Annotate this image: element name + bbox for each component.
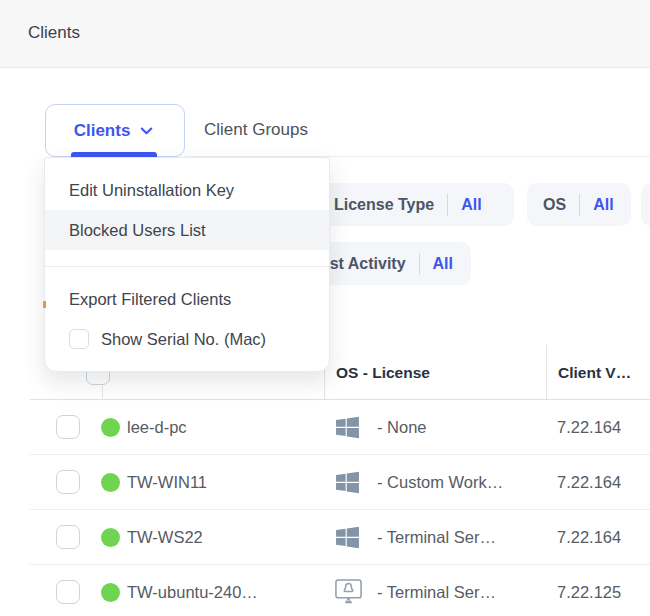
show-serial-label: Show Serial No. (Mac): [101, 319, 266, 359]
menu-divider: [45, 266, 329, 267]
row-checkbox[interactable]: [56, 580, 80, 604]
tab-client-groups[interactable]: Client Groups: [204, 104, 308, 157]
tab-clients-label: Clients: [74, 121, 131, 141]
online-status-dot: [101, 473, 120, 492]
client-version: 7.22.164: [557, 510, 621, 565]
menu-item-export-filtered-clients[interactable]: Export Filtered Clients: [45, 279, 329, 319]
license-text: - Terminal Ser…: [377, 565, 496, 616]
windows-icon: [334, 525, 361, 554]
header-client-version-column[interactable]: Client V…: [547, 345, 650, 400]
table-row[interactable]: TW-ubuntu-240… - Terminal Ser… 7.22.125: [0, 565, 650, 616]
online-status-dot: [101, 528, 120, 547]
clients-page: Clients Clients Client Groups License Ty…: [0, 0, 650, 616]
linux-monitor-icon: [334, 578, 363, 610]
chevron-down-icon: [137, 121, 156, 140]
row-checkbox[interactable]: [56, 415, 80, 439]
filter-chip-partial[interactable]: [641, 183, 650, 226]
client-name[interactable]: TW-WIN11: [127, 455, 207, 510]
menu-item-edit-uninstallation-key[interactable]: Edit Uninstallation Key: [45, 170, 329, 210]
orange-peek-artifact: [43, 301, 46, 308]
license-text: - Custom Work…: [377, 455, 503, 510]
table-row[interactable]: TW-WIN11 - Custom Work… 7.22.164: [0, 455, 650, 510]
filter-value[interactable]: All: [433, 255, 453, 273]
client-version: 7.22.164: [557, 400, 621, 455]
windows-icon: [334, 415, 361, 444]
page-title: Clients: [28, 23, 80, 43]
row-checkbox[interactable]: [56, 525, 80, 549]
filter-chip-license-type[interactable]: License Type All: [318, 183, 514, 226]
tab-clients[interactable]: Clients: [45, 104, 185, 157]
filter-chip-os[interactable]: OS All: [527, 183, 631, 226]
menu-item-blocked-users-list[interactable]: Blocked Users List: [45, 210, 329, 250]
menu-item-show-serial[interactable]: Show Serial No. (Mac): [45, 319, 329, 359]
table-row[interactable]: lee-d-pc - None 7.22.164: [0, 400, 650, 455]
online-status-dot: [101, 418, 120, 437]
filter-value[interactable]: All: [461, 196, 481, 214]
chip-divider: [447, 194, 448, 216]
chip-divider: [579, 194, 580, 216]
show-serial-checkbox[interactable]: [69, 329, 89, 349]
chip-divider: [419, 253, 420, 275]
row-checkbox[interactable]: [56, 470, 80, 494]
client-name[interactable]: lee-d-pc: [127, 400, 187, 455]
license-text: - None: [377, 400, 427, 455]
windows-icon: [334, 470, 361, 499]
clients-dropdown-menu: Edit Uninstallation Key Blocked Users Li…: [44, 157, 330, 372]
license-text: - Terminal Ser…: [377, 510, 496, 565]
online-status-dot: [101, 583, 120, 602]
client-version: 7.22.125: [557, 565, 621, 616]
table-row[interactable]: TW-WS22 - Terminal Ser… 7.22.164: [0, 510, 650, 565]
client-name[interactable]: TW-WS22: [127, 510, 203, 565]
filter-label: License Type: [334, 196, 434, 214]
client-version: 7.22.164: [557, 455, 621, 510]
filter-value[interactable]: All: [593, 196, 613, 214]
filter-label: OS: [543, 196, 566, 214]
top-bar: Clients: [0, 0, 650, 68]
client-name[interactable]: TW-ubuntu-240…: [127, 565, 258, 616]
header-os-license-column[interactable]: OS - License: [325, 345, 547, 400]
